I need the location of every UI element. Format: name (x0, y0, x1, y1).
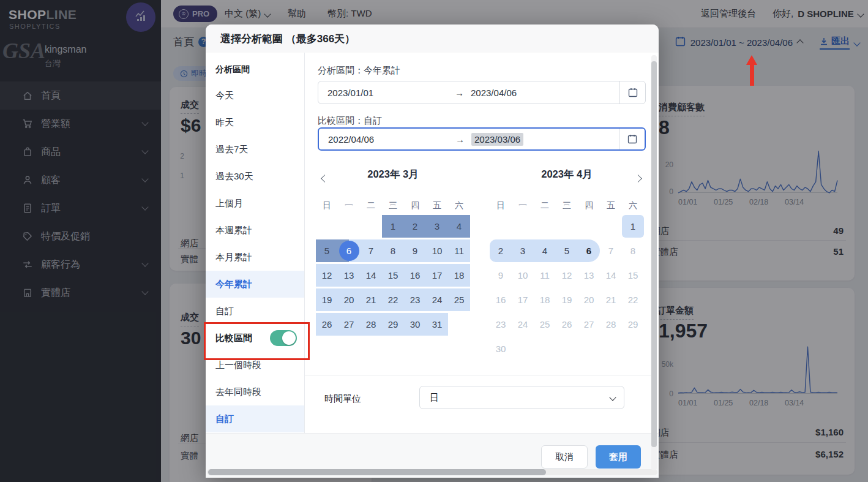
horizontal-scrollbar[interactable] (207, 469, 657, 475)
calendar-day[interactable]: 20 (338, 288, 360, 311)
range-option[interactable]: 昨天 (206, 109, 304, 136)
calendar-day: 27 (578, 313, 600, 336)
calendar-day[interactable]: 3 (426, 215, 448, 238)
compare-option[interactable]: 自訂 (206, 405, 304, 432)
calendar-day: 14 (600, 264, 622, 287)
calendar-week: 2345678 (490, 239, 644, 262)
compare-start-date[interactable]: 2022/04/06 (328, 134, 455, 145)
calendar-day (448, 313, 470, 336)
calendar-day[interactable]: 4 (448, 215, 470, 238)
calendar-day[interactable]: 6 (338, 239, 360, 262)
calendar-day: 25 (534, 313, 556, 336)
calendar-day[interactable]: 9 (404, 239, 426, 262)
calendar-day[interactable]: 30 (404, 313, 426, 336)
calendar-day (556, 215, 578, 238)
calendar-day[interactable]: 3 (512, 239, 534, 262)
calendar-day (578, 337, 600, 360)
calendar-day[interactable]: 21 (360, 288, 382, 311)
calendar-day[interactable]: 5 (316, 239, 338, 262)
vertical-scrollbar[interactable] (651, 55, 657, 470)
date-range-modal: 選擇分析範圍 （最多366天） 分析區間今天昨天過去7天過去30天上個月本週累計… (206, 24, 659, 478)
calendar-day: 10 (512, 264, 534, 287)
weekday-label: 三 (556, 199, 578, 211)
calendar-day[interactable]: 10 (426, 239, 448, 262)
calendar-day (338, 215, 360, 238)
calendar-day[interactable]: 6 (578, 239, 600, 262)
time-unit-select[interactable]: 日 (419, 386, 624, 409)
range-option[interactable]: 今天 (206, 82, 304, 109)
calendar-week: 16171819202122 (490, 288, 644, 311)
range-option[interactable]: 本週累計 (206, 217, 304, 244)
calendar-day[interactable]: 26 (316, 313, 338, 336)
calendar-day (490, 215, 512, 238)
calendar-day[interactable]: 2 (490, 239, 512, 262)
calendar-picker-button[interactable] (619, 129, 645, 149)
calendar-day[interactable]: 17 (426, 264, 448, 287)
analysis-end-date[interactable]: 2023/04/06 (471, 88, 619, 98)
range-option[interactable]: 今年累計 (206, 271, 304, 298)
calendar-week: 567891011 (316, 239, 470, 262)
section-divider (304, 375, 651, 375)
calendar-day[interactable]: 16 (404, 264, 426, 287)
calendar-day[interactable]: 11 (448, 239, 470, 262)
calendar-day[interactable]: 2 (404, 215, 426, 238)
calendar-day: 24 (512, 313, 534, 336)
cancel-button[interactable]: 取消 (541, 445, 588, 469)
compare-option[interactable]: 去年同時段 (206, 378, 304, 405)
calendar-day[interactable]: 27 (338, 313, 360, 336)
compare-end-date[interactable]: 2023/03/06 (471, 134, 619, 145)
calendar-day[interactable]: 1 (622, 215, 644, 238)
calendar-day[interactable]: 15 (382, 264, 404, 287)
calendar-week: 262728293031 (316, 313, 470, 336)
calendar-picker-button[interactable] (619, 81, 645, 104)
modal-menu: 分析區間今天昨天過去7天過去30天上個月本週累計本月累計今年累計自訂比較區間上一… (206, 53, 304, 434)
calendar-day[interactable]: 8 (382, 239, 404, 262)
calendar-week: 30 (490, 337, 644, 360)
calendar-day: 21 (600, 288, 622, 311)
calendar-day[interactable]: 19 (316, 288, 338, 311)
analysis-range-input[interactable]: 2023/01/01 → 2023/04/06 (318, 81, 646, 104)
range-option[interactable]: 本月累計 (206, 244, 304, 271)
calendar-day[interactable]: 24 (426, 288, 448, 311)
calendar-day[interactable]: 14 (360, 264, 382, 287)
modal-title: 選擇分析範圍 （最多366天） (206, 24, 659, 53)
analysis-start-date[interactable]: 2023/01/01 (327, 88, 455, 98)
calendar-week: 1234 (316, 215, 470, 238)
calendar-day[interactable]: 18 (448, 264, 470, 287)
range-option[interactable]: 過去7天 (206, 136, 304, 163)
calendar-day[interactable]: 5 (556, 239, 578, 262)
calendar-day: 28 (600, 313, 622, 336)
weekday-label: 五 (426, 199, 448, 211)
calendar-day (600, 337, 622, 360)
calendar-day: 30 (490, 337, 512, 360)
apply-button[interactable]: 套用 (596, 445, 641, 469)
range-option[interactable]: 自訂 (206, 298, 304, 325)
scrollbar-thumb[interactable] (651, 61, 657, 447)
arrow-right-icon: → (455, 134, 471, 145)
weekday-label: 四 (404, 199, 426, 211)
month-title: 2023年 4月 (490, 168, 644, 181)
calendar-day[interactable]: 28 (360, 313, 382, 336)
range-option[interactable]: 上個月 (206, 190, 304, 217)
calendar-day (534, 337, 556, 360)
selected-day-circle: 6 (339, 241, 359, 261)
calendar-day[interactable]: 31 (426, 313, 448, 336)
calendar-day[interactable]: 23 (404, 288, 426, 311)
range-option[interactable]: 過去30天 (206, 163, 304, 190)
calendar-day[interactable]: 12 (316, 264, 338, 287)
calendar-day[interactable]: 25 (448, 288, 470, 311)
scrollbar-thumb[interactable] (208, 469, 546, 475)
calendar-day[interactable]: 1 (382, 215, 404, 238)
calendar-week: 9101112131415 (490, 264, 644, 287)
annotation-highlight-box (204, 322, 310, 360)
calendar-week: 1 (490, 215, 644, 238)
calendar-day[interactable]: 13 (338, 264, 360, 287)
calendar-day[interactable]: 7 (360, 239, 382, 262)
calendar-day[interactable]: 4 (534, 239, 556, 262)
compare-range-input[interactable]: 2022/04/06 → 2023/03/06 (318, 127, 646, 151)
calendar-day[interactable]: 29 (382, 313, 404, 336)
calendar-day: 17 (512, 288, 534, 311)
calendar-icon (627, 134, 637, 144)
calendar-day[interactable]: 22 (382, 288, 404, 311)
calendar-week: 19202122232425 (316, 288, 470, 311)
